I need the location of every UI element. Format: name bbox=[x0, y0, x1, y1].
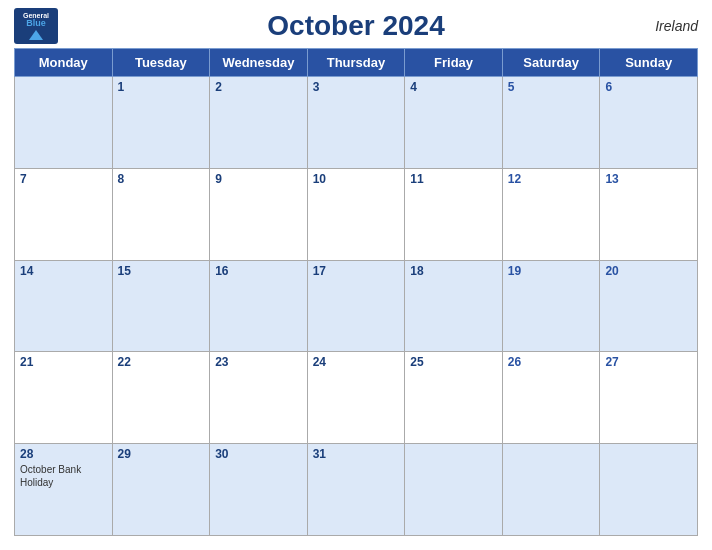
title-block: October 2024 bbox=[267, 10, 444, 42]
day-cell: 26 bbox=[502, 352, 600, 444]
day-cell: 19 bbox=[502, 260, 600, 352]
week-row-3: 14151617181920 bbox=[15, 260, 698, 352]
day-number: 18 bbox=[410, 264, 497, 278]
logo-blue: Blue bbox=[26, 19, 46, 29]
day-cell: 8 bbox=[112, 168, 210, 260]
day-cell: 2 bbox=[210, 77, 308, 169]
day-number: 22 bbox=[118, 355, 205, 369]
day-cell: 24 bbox=[307, 352, 405, 444]
day-number: 12 bbox=[508, 172, 595, 186]
day-cell: 15 bbox=[112, 260, 210, 352]
day-number: 21 bbox=[20, 355, 107, 369]
day-number: 26 bbox=[508, 355, 595, 369]
day-cell: 25 bbox=[405, 352, 503, 444]
holiday-label: October Bank Holiday bbox=[20, 463, 107, 489]
col-tuesday: Tuesday bbox=[112, 49, 210, 77]
day-cell: 17 bbox=[307, 260, 405, 352]
day-cell: 12 bbox=[502, 168, 600, 260]
month-year-title: October 2024 bbox=[267, 10, 444, 42]
day-number: 19 bbox=[508, 264, 595, 278]
day-cell: 5 bbox=[502, 77, 600, 169]
day-cell: 27 bbox=[600, 352, 698, 444]
day-cell: 14 bbox=[15, 260, 113, 352]
day-cell: 10 bbox=[307, 168, 405, 260]
col-saturday: Saturday bbox=[502, 49, 600, 77]
day-number: 7 bbox=[20, 172, 107, 186]
day-cell bbox=[600, 444, 698, 536]
day-number: 15 bbox=[118, 264, 205, 278]
day-number: 24 bbox=[313, 355, 400, 369]
day-number: 10 bbox=[313, 172, 400, 186]
logo: General Blue bbox=[14, 8, 58, 44]
calendar-header: General Blue October 2024 Ireland bbox=[14, 10, 698, 42]
day-number: 3 bbox=[313, 80, 400, 94]
day-cell: 11 bbox=[405, 168, 503, 260]
day-number: 16 bbox=[215, 264, 302, 278]
day-number: 2 bbox=[215, 80, 302, 94]
day-number: 1 bbox=[118, 80, 205, 94]
day-number: 6 bbox=[605, 80, 692, 94]
days-of-week-row: Monday Tuesday Wednesday Thursday Friday… bbox=[15, 49, 698, 77]
day-number: 13 bbox=[605, 172, 692, 186]
day-cell: 13 bbox=[600, 168, 698, 260]
day-cell: 30 bbox=[210, 444, 308, 536]
day-cell: 4 bbox=[405, 77, 503, 169]
logo-mountain-icon bbox=[29, 30, 43, 40]
col-friday: Friday bbox=[405, 49, 503, 77]
day-cell: 3 bbox=[307, 77, 405, 169]
logo-box: General Blue bbox=[14, 8, 58, 44]
day-cell: 16 bbox=[210, 260, 308, 352]
calendar-table: Monday Tuesday Wednesday Thursday Friday… bbox=[14, 48, 698, 536]
col-monday: Monday bbox=[15, 49, 113, 77]
day-number: 11 bbox=[410, 172, 497, 186]
day-cell: 7 bbox=[15, 168, 113, 260]
day-number: 8 bbox=[118, 172, 205, 186]
country-label: Ireland bbox=[655, 18, 698, 34]
week-row-1: 123456 bbox=[15, 77, 698, 169]
day-number: 14 bbox=[20, 264, 107, 278]
day-number: 4 bbox=[410, 80, 497, 94]
day-cell bbox=[405, 444, 503, 536]
day-number: 9 bbox=[215, 172, 302, 186]
day-cell bbox=[15, 77, 113, 169]
col-wednesday: Wednesday bbox=[210, 49, 308, 77]
week-row-5: 28October Bank Holiday293031 bbox=[15, 444, 698, 536]
day-cell: 1 bbox=[112, 77, 210, 169]
day-cell: 31 bbox=[307, 444, 405, 536]
day-number: 29 bbox=[118, 447, 205, 461]
day-cell: 29 bbox=[112, 444, 210, 536]
day-number: 31 bbox=[313, 447, 400, 461]
day-cell: 20 bbox=[600, 260, 698, 352]
day-cell: 22 bbox=[112, 352, 210, 444]
col-thursday: Thursday bbox=[307, 49, 405, 77]
day-cell: 21 bbox=[15, 352, 113, 444]
day-number: 5 bbox=[508, 80, 595, 94]
day-number: 17 bbox=[313, 264, 400, 278]
col-sunday: Sunday bbox=[600, 49, 698, 77]
day-cell: 18 bbox=[405, 260, 503, 352]
day-number: 23 bbox=[215, 355, 302, 369]
day-cell: 28October Bank Holiday bbox=[15, 444, 113, 536]
day-number: 20 bbox=[605, 264, 692, 278]
week-row-2: 78910111213 bbox=[15, 168, 698, 260]
week-row-4: 21222324252627 bbox=[15, 352, 698, 444]
day-cell bbox=[502, 444, 600, 536]
calendar-wrapper: General Blue October 2024 Ireland Monday… bbox=[0, 0, 712, 550]
day-number: 27 bbox=[605, 355, 692, 369]
day-number: 30 bbox=[215, 447, 302, 461]
day-number: 28 bbox=[20, 447, 107, 461]
day-cell: 23 bbox=[210, 352, 308, 444]
day-cell: 6 bbox=[600, 77, 698, 169]
day-number: 25 bbox=[410, 355, 497, 369]
day-cell: 9 bbox=[210, 168, 308, 260]
